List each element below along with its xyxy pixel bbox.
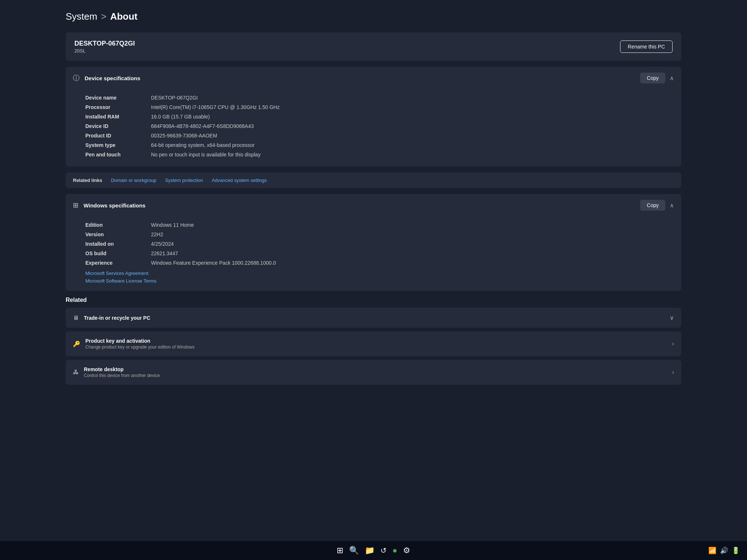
device-specs-section: ⓘ Device specifications Copy ∧ Device na… xyxy=(66,67,681,167)
device-spec-row: Device nameDESKTOP-067Q2GI xyxy=(85,93,673,102)
device-specs-body: Device nameDESKTOP-067Q2GIProcessorIntel… xyxy=(66,89,681,167)
related-item-1[interactable]: 🔑 Product key and activation Change prod… xyxy=(66,331,681,356)
related-item-title-1: Product key and activation xyxy=(85,338,195,344)
breadcrumb-separator: > xyxy=(101,11,107,22)
related-item-title-2: Remote desktop xyxy=(84,366,160,372)
related-item-left: 🔑 Product key and activation Change prod… xyxy=(73,338,195,350)
related-item-subtitle-1: Change product key or upgrade your editi… xyxy=(85,345,195,350)
wifi-icon: 📶 xyxy=(708,547,716,555)
windows-specs-title: Windows specifications xyxy=(84,202,146,209)
related-item-left: 🖧 Remote desktop Control this device fro… xyxy=(73,366,160,378)
related-links-bar: Related links Domain or workgroupSystem … xyxy=(66,172,681,188)
device-specs-table: Device nameDESKTOP-067Q2GIProcessorIntel… xyxy=(85,93,673,159)
software-links-container: Microsoft Services AgreementMicrosoft So… xyxy=(85,271,673,284)
device-spec-value: 16.0 GB (15.7 GB usable) xyxy=(151,112,673,121)
device-spec-row: Device ID684F908A-4B78-4802-A4F7-6S8DD90… xyxy=(85,121,673,131)
device-spec-label: Pen and touch xyxy=(85,150,151,159)
windows-spec-value: Windows 11 Home xyxy=(151,220,673,230)
settings-taskbar-icon[interactable]: ⚙ xyxy=(403,546,410,555)
windows-spec-row: Installed on4/25/2024 xyxy=(85,239,673,249)
breadcrumb: System > About xyxy=(66,11,681,22)
windows-specs-header[interactable]: ⊞ Windows specifications Copy ∧ xyxy=(66,194,681,217)
info-icon: ⓘ xyxy=(73,74,80,82)
windows-spec-row: EditionWindows 11 Home xyxy=(85,220,673,230)
related-item-2[interactable]: 🖧 Remote desktop Control this device fro… xyxy=(66,360,681,385)
windows-spec-value: 4/25/2024 xyxy=(151,239,673,249)
windows-spec-label: Installed on xyxy=(85,239,151,249)
breadcrumb-current: About xyxy=(110,11,138,22)
windows-spec-row: Version22H2 xyxy=(85,230,673,239)
windows-specs-header-left: ⊞ Windows specifications xyxy=(73,201,146,209)
device-specs-header[interactable]: ⓘ Device specifications Copy ∧ xyxy=(66,67,681,89)
rename-pc-button[interactable]: Rename this PC xyxy=(620,40,673,53)
device-spec-row: Pen and touchNo pen or touch input is av… xyxy=(85,150,673,159)
volume-icon: 🔊 xyxy=(720,547,728,555)
related-links-label: Related links xyxy=(73,178,102,183)
device-specs-header-right: Copy ∧ xyxy=(640,73,674,83)
device-specs-chevron-icon: ∧ xyxy=(670,75,674,82)
related-item-0[interactable]: 🖥 Trade-in or recycle your PC ∨ xyxy=(66,308,681,328)
breadcrumb-parent[interactable]: System xyxy=(66,11,97,22)
chrome-icon[interactable]: ● xyxy=(392,546,397,555)
windows-spec-row: OS build22621.3447 xyxy=(85,249,673,258)
file-explorer-icon[interactable]: 📁 xyxy=(365,546,375,555)
windows-specs-header-right: Copy ∧ xyxy=(640,200,674,211)
browser-history-icon[interactable]: ↺ xyxy=(380,546,387,555)
start-menu-icon[interactable]: ⊞ xyxy=(337,546,343,555)
windows-spec-value: Windows Feature Experience Pack 1000.226… xyxy=(151,258,673,268)
related-item-subtitle-2: Control this device from another device xyxy=(84,373,160,378)
related-link-item[interactable]: Domain or workgroup xyxy=(111,178,156,183)
windows-specs-chevron-icon: ∧ xyxy=(670,202,674,209)
device-spec-label: Product ID xyxy=(85,131,151,140)
related-item-title-0: Trade-in or recycle your PC xyxy=(84,315,150,321)
device-spec-row: Product ID00325-96639-73068-AAOEM xyxy=(85,131,673,140)
software-license-link[interactable]: Microsoft Software License Terms xyxy=(85,278,673,284)
device-spec-value: Intel(R) Core(TM) i7-1065G7 CPU @ 1.30GH… xyxy=(151,102,673,112)
device-spec-value: 64-bit operating system, x64-based proce… xyxy=(151,140,673,150)
device-spec-label: Device ID xyxy=(85,121,151,131)
windows-spec-row: ExperienceWindows Feature Experience Pac… xyxy=(85,258,673,268)
windows-specs-copy-button[interactable]: Copy xyxy=(640,200,665,211)
windows-icon: ⊞ xyxy=(73,201,78,209)
device-spec-value: 00325-96639-73068-AAOEM xyxy=(151,131,673,140)
windows-specs-section: ⊞ Windows specifications Copy ∧ EditionW… xyxy=(66,194,681,291)
windows-spec-label: Experience xyxy=(85,258,151,268)
related-item-icon-0: 🖥 xyxy=(73,315,79,321)
related-link-item[interactable]: Advanced system settings xyxy=(212,178,267,183)
windows-spec-label: Edition xyxy=(85,220,151,230)
device-spec-label: Device name xyxy=(85,93,151,102)
device-specs-title: Device specifications xyxy=(85,75,140,81)
windows-spec-value: 22H2 xyxy=(151,230,673,239)
device-spec-row: System type64-bit operating system, x64-… xyxy=(85,140,673,150)
taskbar: ⊞ 🔍 📁 ↺ ● ⚙ 📶 🔊 🔋 xyxy=(0,541,747,560)
windows-specs-body: EditionWindows 11 HomeVersion22H2Install… xyxy=(66,217,681,291)
device-spec-label: System type xyxy=(85,140,151,150)
related-link-item[interactable]: System protection xyxy=(165,178,203,183)
device-spec-label: Processor xyxy=(85,102,151,112)
device-specs-copy-button[interactable]: Copy xyxy=(640,73,665,83)
search-taskbar-icon[interactable]: 🔍 xyxy=(349,546,359,555)
device-spec-value: 684F908A-4B78-4802-A4F7-6S8DD9068A43 xyxy=(151,121,673,131)
windows-specs-table: EditionWindows 11 HomeVersion22H2Install… xyxy=(85,220,673,268)
related-item-chevron-0: ∨ xyxy=(670,314,674,321)
device-spec-label: Installed RAM xyxy=(85,112,151,121)
related-item-chevron-2: › xyxy=(672,369,674,376)
related-items-container: 🖥 Trade-in or recycle your PC ∨ 🔑 Produc… xyxy=(66,308,681,385)
pc-model: 20SL xyxy=(74,48,135,54)
pc-name-block: DESKTOP-067Q2GI 20SL Rename this PC xyxy=(66,32,681,61)
windows-spec-value: 22621.3447 xyxy=(151,249,673,258)
device-spec-value: No pen or touch input is available for t… xyxy=(151,150,673,159)
pc-name-text: DESKTOP-067Q2GI 20SL xyxy=(74,40,135,54)
software-license-link[interactable]: Microsoft Services Agreement xyxy=(85,271,673,276)
related-item-left: 🖥 Trade-in or recycle your PC xyxy=(73,315,150,321)
related-item-text-2: Remote desktop Control this device from … xyxy=(84,366,160,378)
taskbar-center: ⊞ 🔍 📁 ↺ ● ⚙ xyxy=(337,546,410,555)
taskbar-right: 📶 🔊 🔋 xyxy=(708,547,740,555)
related-item-text-0: Trade-in or recycle your PC xyxy=(84,315,150,321)
related-heading: Related xyxy=(66,297,681,303)
related-item-icon-2: 🖧 xyxy=(73,369,79,376)
device-specs-header-left: ⓘ Device specifications xyxy=(73,74,140,82)
windows-spec-label: Version xyxy=(85,230,151,239)
related-item-chevron-1: › xyxy=(672,341,674,347)
device-spec-row: ProcessorIntel(R) Core(TM) i7-1065G7 CPU… xyxy=(85,102,673,112)
